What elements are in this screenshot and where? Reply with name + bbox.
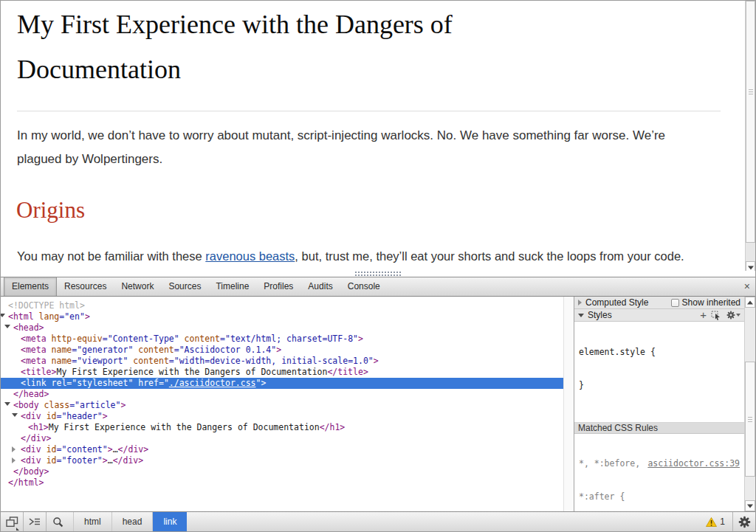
- dom-tree-node[interactable]: <link rel="stylesheet" href="./asciidoct…: [1, 378, 563, 389]
- dom-tree-node[interactable]: <div id="footer">…</div>: [1, 455, 563, 466]
- code-segment: >: [103, 411, 108, 421]
- styles-section-header[interactable]: Styles +: [574, 309, 744, 322]
- dom-tree-node[interactable]: <meta name="viewport" content="width=dev…: [1, 356, 563, 367]
- devtools-splitter[interactable]: [1, 271, 755, 277]
- code-segment: <body: [13, 400, 39, 410]
- dom-tree-node[interactable]: <meta http-equiv="Content-Type" content=…: [1, 334, 563, 345]
- code-segment: lang: [34, 311, 60, 322]
- tab-sources[interactable]: Sources: [161, 277, 208, 296]
- collapse-arrow-icon[interactable]: [4, 402, 10, 406]
- dom-tree-node[interactable]: </head>: [1, 389, 563, 400]
- tab-profiles[interactable]: Profiles: [256, 277, 300, 296]
- code-segment: >: [374, 356, 379, 366]
- element-state-icon[interactable]: [711, 311, 722, 320]
- code-segment: My First Experience with the Dangers of …: [56, 367, 327, 377]
- tab-timeline[interactable]: Timeline: [208, 277, 256, 296]
- css-selector[interactable]: *, *:before,: [579, 458, 640, 469]
- arrow-down-icon: [747, 504, 753, 508]
- css-rule-universal[interactable]: *, *:before,asciidoctor.css:39 *:after {…: [574, 434, 744, 511]
- breadcrumb-item-head[interactable]: head: [112, 512, 154, 531]
- close-icon[interactable]: ×: [744, 280, 750, 292]
- show-inherited-checkbox[interactable]: [671, 299, 679, 307]
- code-segment: <link: [21, 378, 47, 388]
- code-segment: ="Asciidoctor 0.1.4": [174, 345, 276, 355]
- expand-arrow-icon[interactable]: [12, 446, 16, 452]
- code-segment: </div>: [113, 455, 144, 466]
- element-style-block[interactable]: element.style { }: [574, 322, 744, 423]
- element-style-open[interactable]: element.style {: [579, 347, 741, 358]
- breadcrumb-item-link[interactable]: link: [153, 512, 187, 531]
- dom-tree-node[interactable]: <head>: [1, 322, 563, 334]
- inspect-element-button[interactable]: [47, 512, 69, 531]
- tab-resources[interactable]: Resources: [57, 277, 114, 296]
- tab-elements[interactable]: Elements: [4, 277, 57, 296]
- dom-tree-node[interactable]: </body>: [1, 466, 563, 477]
- code-segment: <!DOCTYPE html>: [8, 300, 85, 311]
- devtools-statusbar: htmlheadlink 1: [1, 511, 755, 531]
- collapse-arrow-icon[interactable]: [1, 314, 5, 317]
- code-segment: >: [261, 378, 266, 388]
- dom-tree-scrollbar[interactable]: [563, 297, 574, 511]
- dock-side-button[interactable]: [1, 512, 23, 531]
- code-segment: <meta: [21, 334, 47, 344]
- new-style-rule-icon[interactable]: +: [700, 311, 707, 319]
- computed-style-label: Computed Style: [585, 297, 648, 308]
- warning-counter[interactable]: 1: [698, 512, 732, 531]
- ravenous-beasts-link[interactable]: ravenous beasts: [205, 249, 295, 263]
- code-segment: <head>: [13, 322, 44, 333]
- code-segment: <html: [8, 311, 34, 322]
- code-segment: </html>: [8, 477, 44, 488]
- settings-button[interactable]: [733, 512, 755, 531]
- code-segment: rel: [47, 378, 67, 388]
- menu-corner-icon: [16, 525, 19, 531]
- code-segment: </h1>: [320, 422, 346, 432]
- show-console-button[interactable]: [24, 512, 46, 531]
- tab-network[interactable]: Network: [114, 277, 161, 296]
- arrow-down-icon: [748, 266, 754, 270]
- show-inherited-label: Show inherited: [682, 297, 740, 308]
- css-selector[interactable]: *:after {: [579, 491, 741, 502]
- code-segment: http-equiv: [47, 334, 103, 344]
- splitter-grip-icon: [355, 272, 401, 276]
- code-segment: …: [113, 444, 118, 455]
- tab-audits[interactable]: Audits: [300, 277, 340, 296]
- collapse-arrow-icon[interactable]: [12, 413, 18, 417]
- dom-tree-node[interactable]: <body class="article">: [1, 400, 563, 411]
- dom-tree-node[interactable]: </html>: [1, 477, 563, 488]
- code-segment: ="generator": [72, 345, 133, 355]
- computed-style-section-header[interactable]: Computed Style Show inherited: [574, 297, 744, 309]
- dom-tree-node[interactable]: <meta name="generator" content="Asciidoc…: [1, 345, 563, 356]
- dom-tree-node[interactable]: <title>My First Experience with the Dang…: [1, 367, 563, 378]
- page-scrollbar[interactable]: [745, 1, 755, 274]
- arrow-up-icon: [747, 300, 753, 304]
- dom-tree-node[interactable]: <h1>My First Experience with the Dangers…: [1, 422, 563, 433]
- page-scrollbar-thumb[interactable]: [746, 1, 755, 243]
- browser-window: My First Experience with the Dangers of …: [0, 0, 756, 532]
- dom-tree-node[interactable]: </div>: [1, 433, 563, 444]
- code-segment: <meta: [21, 345, 47, 355]
- sidebar-scrollbar-thumb[interactable]: [745, 362, 755, 477]
- dom-tree-node[interactable]: <!DOCTYPE html>: [1, 300, 563, 311]
- expand-arrow-icon[interactable]: [578, 300, 582, 305]
- code-segment: ="text/html; charset=UTF-8": [220, 334, 358, 344]
- dom-tree-node[interactable]: <div id="content">…</div>: [1, 444, 563, 455]
- sidebar-scrollbar[interactable]: [744, 297, 755, 511]
- code-segment: content: [128, 356, 168, 366]
- code-segment: id: [41, 444, 57, 455]
- breadcrumb-item-html[interactable]: html: [73, 512, 112, 531]
- expand-arrow-icon[interactable]: [12, 457, 16, 463]
- page-title: My First Experience with the Dangers of …: [17, 2, 600, 92]
- dom-tree-node[interactable]: <html lang="en">: [1, 311, 563, 322]
- tab-console[interactable]: Console: [340, 277, 388, 296]
- code-segment: <div: [21, 455, 41, 466]
- collapse-arrow-icon[interactable]: [4, 325, 10, 328]
- code-segment: ="Content-Type": [103, 334, 179, 344]
- styles-settings-button[interactable]: [726, 311, 740, 319]
- code-segment: <meta: [21, 356, 47, 366]
- collapse-arrow-icon[interactable]: [578, 314, 584, 317]
- sidebar-scrollbar-up-button[interactable]: [745, 297, 755, 308]
- stylesheet-source-link[interactable]: asciidoctor.css:39: [647, 458, 741, 469]
- code-segment: >: [120, 400, 126, 410]
- sidebar-scrollbar-down-button[interactable]: [745, 500, 755, 511]
- dom-tree-node[interactable]: <div id="header">: [1, 411, 563, 422]
